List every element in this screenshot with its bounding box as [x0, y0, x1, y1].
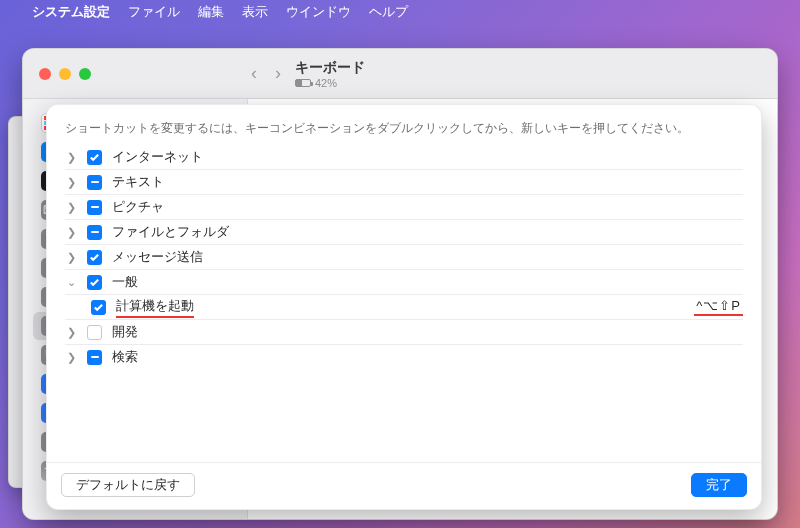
checkbox[interactable] — [87, 175, 102, 190]
category-row-files-folders[interactable]: ❯ ファイルとフォルダ — [51, 220, 757, 244]
window-close-button[interactable] — [39, 68, 51, 80]
disclosure-triangle-icon[interactable]: ❯ — [65, 251, 77, 264]
window-subtitle: 42% — [295, 77, 365, 89]
window-titlebar: ‹ › キーボード 42% — [23, 49, 777, 99]
done-button[interactable]: 完了 — [691, 473, 747, 497]
checkbox[interactable] — [91, 300, 106, 315]
disclosure-triangle-icon[interactable]: ❯ — [65, 351, 77, 364]
panel-footer: デフォルトに戻す 完了 — [47, 462, 761, 509]
disclosure-triangle-icon[interactable]: ❯ — [65, 201, 77, 214]
category-row-searching[interactable]: ❯ 検索 — [51, 345, 757, 369]
menubar-item-edit[interactable]: 編集 — [198, 3, 224, 21]
service-row-launch-calculator[interactable]: 計算機を起動 ^⌥⇧P — [51, 295, 757, 319]
menubar-item-window[interactable]: ウインドウ — [286, 3, 351, 21]
category-label: テキスト — [112, 173, 164, 191]
menubar-item-view[interactable]: 表示 — [242, 3, 268, 21]
checkbox[interactable] — [87, 225, 102, 240]
checkbox[interactable] — [87, 350, 102, 365]
menubar-item-help[interactable]: ヘルプ — [369, 3, 408, 21]
shortcuts-panel: ショートカットを変更するには、キーコンビネーションをダブルクリックしてから、新し… — [46, 104, 762, 510]
battery-icon — [295, 79, 311, 87]
category-row-internet[interactable]: ❯ インターネット — [51, 145, 757, 169]
category-row-pictures[interactable]: ❯ ピクチャ — [51, 195, 757, 219]
back-button[interactable]: ‹ — [251, 63, 257, 84]
window-title: キーボード — [295, 59, 365, 77]
category-row-general[interactable]: ⌄ 一般 — [51, 270, 757, 294]
battery-percentage: 42% — [315, 77, 337, 89]
category-label: ピクチャ — [112, 198, 164, 216]
checkbox[interactable] — [87, 250, 102, 265]
disclosure-triangle-icon[interactable]: ❯ — [65, 226, 77, 239]
window-traffic-lights — [23, 68, 247, 80]
category-label: インターネット — [112, 148, 203, 166]
category-row-messaging[interactable]: ❯ メッセージ送信 — [51, 245, 757, 269]
checkbox[interactable] — [87, 150, 102, 165]
category-label: 一般 — [112, 273, 138, 291]
menubar: システム設定 ファイル 編集 表示 ウインドウ ヘルプ — [0, 0, 800, 24]
category-label: 検索 — [112, 348, 138, 366]
service-label: 計算機を起動 — [116, 297, 194, 318]
checkbox[interactable] — [87, 200, 102, 215]
window-minimize-button[interactable] — [59, 68, 71, 80]
disclosure-triangle-icon[interactable]: ❯ — [65, 326, 77, 339]
shortcut-keys[interactable]: ^⌥⇧P — [694, 298, 743, 316]
forward-button[interactable]: › — [275, 63, 281, 84]
shortcuts-list: ❯ インターネット ❯ テキスト ❯ ピクチャ ❯ ファイルとフォルダ ❯ メッ… — [47, 145, 761, 462]
category-label: メッセージ送信 — [112, 248, 203, 266]
category-row-development[interactable]: ❯ 開発 — [51, 320, 757, 344]
panel-hint-text: ショートカットを変更するには、キーコンビネーションをダブルクリックしてから、新し… — [47, 105, 761, 145]
category-row-text[interactable]: ❯ テキスト — [51, 170, 757, 194]
menubar-item-file[interactable]: ファイル — [128, 3, 180, 21]
window-zoom-button[interactable] — [79, 68, 91, 80]
category-label: ファイルとフォルダ — [112, 223, 229, 241]
disclosure-triangle-icon[interactable]: ⌄ — [65, 276, 77, 289]
category-label: 開発 — [112, 323, 138, 341]
disclosure-triangle-icon[interactable]: ❯ — [65, 176, 77, 189]
disclosure-triangle-icon[interactable]: ❯ — [65, 151, 77, 164]
restore-defaults-button[interactable]: デフォルトに戻す — [61, 473, 195, 497]
menubar-app-name[interactable]: システム設定 — [32, 3, 110, 21]
checkbox[interactable] — [87, 325, 102, 340]
checkbox[interactable] — [87, 275, 102, 290]
